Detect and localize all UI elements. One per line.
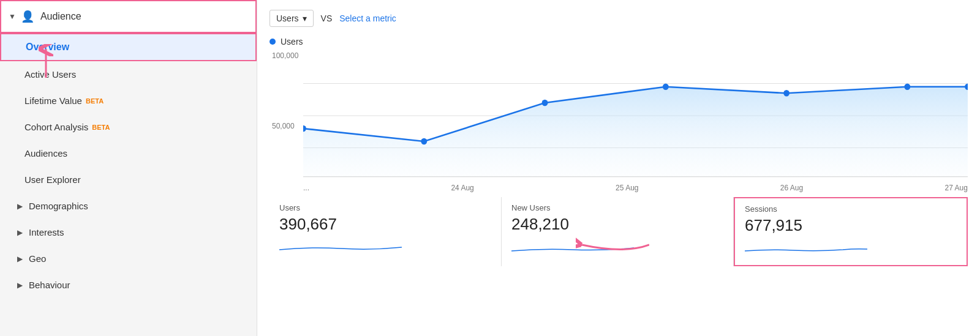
cohort-analysis-beta-badge: BETA xyxy=(92,124,110,131)
behaviour-label: Behaviour xyxy=(29,280,70,290)
active-users-label: Active Users xyxy=(24,69,76,80)
svg-point-8 xyxy=(663,84,669,91)
top-controls: Users ▾ VS Select a metric xyxy=(270,10,968,27)
stat-label-new-users: New Users xyxy=(511,203,723,212)
cohort-analysis-label: Cohort Analysis xyxy=(24,122,88,132)
vs-label: VS xyxy=(321,13,333,23)
chart-x-labels: ... 24 Aug 25 Aug 26 Aug 27 Aug xyxy=(303,184,968,192)
sparkline-users xyxy=(279,237,402,256)
svg-point-9 xyxy=(783,90,790,97)
main-content: Users ▾ VS Select a metric Users 100,000… xyxy=(257,0,980,336)
demographics-expand-icon: ▶ xyxy=(17,202,23,211)
stat-card-sessions: Sessions 677,915 xyxy=(734,197,968,266)
interests-label: Interests xyxy=(29,227,64,237)
overview-label: Overview xyxy=(26,42,69,53)
user-explorer-label: User Explorer xyxy=(24,174,81,185)
y-label-100k: 100,000 xyxy=(272,51,298,60)
lifetime-value-beta-badge: BETA xyxy=(86,97,104,105)
stat-value-new-users: 248,210 xyxy=(511,215,723,234)
sidebar-item-lifetime-value[interactable]: Lifetime Value BETA xyxy=(0,88,257,114)
x-label-26aug: 26 Aug xyxy=(780,184,803,192)
dropdown-arrow-icon: ▼ xyxy=(9,12,16,21)
geo-label: Geo xyxy=(29,253,46,264)
interests-expand-icon: ▶ xyxy=(17,228,23,237)
stat-card-new-users: New Users 248,210 xyxy=(502,197,734,266)
sidebar-item-cohort-analysis[interactable]: Cohort Analysis BETA xyxy=(0,114,257,140)
sidebar-item-demographics[interactable]: ▶ Demographics xyxy=(0,193,257,219)
stats-row: Users 390,667 New Users 248,210 Sessions… xyxy=(270,197,968,266)
x-label-27aug: 27 Aug xyxy=(945,184,968,192)
select-metric-link[interactable]: Select a metric xyxy=(339,13,396,23)
dropdown-caret-icon: ▾ xyxy=(303,13,307,23)
legend-dot-icon xyxy=(270,39,276,45)
chart-y-labels: 100,000 50,000 xyxy=(270,51,301,192)
lifetime-value-label: Lifetime Value xyxy=(24,95,82,106)
svg-point-6 xyxy=(421,138,427,145)
chart-area: 100,000 50,000 xyxy=(270,51,968,192)
sidebar-item-audiences[interactable]: Audiences xyxy=(0,140,257,166)
x-label-24aug: 24 Aug xyxy=(451,184,473,192)
y-label-50k: 50,000 xyxy=(272,122,298,130)
demographics-label: Demographics xyxy=(29,201,88,211)
sidebar-item-behaviour[interactable]: ▶ Behaviour xyxy=(0,272,257,298)
sidebar-audience-header[interactable]: ▼ 👤 Audience xyxy=(0,0,257,33)
svg-point-7 xyxy=(542,100,548,106)
person-icon: 👤 xyxy=(21,10,34,23)
sidebar-item-interests[interactable]: ▶ Interests xyxy=(0,219,257,245)
sparkline-sessions xyxy=(745,239,867,257)
stat-card-users: Users 390,667 xyxy=(270,197,502,266)
chart-legend: Users xyxy=(270,37,968,47)
sidebar: ▼ 👤 Audience Overview Active Users Lifet… xyxy=(0,0,257,336)
sidebar-item-user-explorer[interactable]: User Explorer xyxy=(0,166,257,193)
stat-label-users: Users xyxy=(279,203,491,212)
sidebar-item-active-users[interactable]: Active Users xyxy=(0,61,257,88)
audience-label: Audience xyxy=(40,11,81,22)
stat-label-sessions: Sessions xyxy=(745,204,957,214)
sparkline-new-users xyxy=(511,237,634,256)
geo-expand-icon: ▶ xyxy=(17,255,23,263)
x-label-25aug: 25 Aug xyxy=(616,184,638,192)
stat-value-users: 390,667 xyxy=(279,215,491,234)
stat-value-sessions: 677,915 xyxy=(745,216,957,235)
sidebar-item-overview[interactable]: Overview xyxy=(0,33,257,61)
metric-dropdown[interactable]: Users ▾ xyxy=(270,10,314,27)
x-label-dots: ... xyxy=(303,184,309,192)
legend-label: Users xyxy=(281,37,303,47)
svg-point-10 xyxy=(904,84,910,91)
metric-label: Users xyxy=(276,13,299,23)
sidebar-item-geo[interactable]: ▶ Geo xyxy=(0,245,257,272)
behaviour-expand-icon: ▶ xyxy=(17,281,23,289)
audiences-label: Audiences xyxy=(24,148,67,159)
chart-svg-wrapper xyxy=(303,51,968,180)
